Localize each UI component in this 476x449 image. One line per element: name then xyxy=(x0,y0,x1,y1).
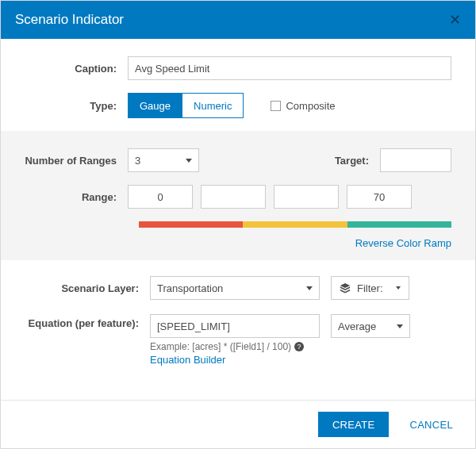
range-input-1[interactable] xyxy=(201,185,266,209)
type-segmented: Gauge Numeric xyxy=(128,93,244,118)
scenario-layer-row: Scenario Layer: Transportation Filter: xyxy=(25,276,451,300)
composite-label: Composite xyxy=(286,100,335,112)
caption-row: Caption: xyxy=(25,56,451,80)
dialog-header: Scenario Indicator ✕ xyxy=(1,1,475,39)
aggregation-value: Average xyxy=(338,320,376,332)
equation-example-text: Example: [acres] * ([Field1] / 100) xyxy=(150,341,291,352)
range-input-0[interactable] xyxy=(128,185,193,209)
numranges-label: Number of Ranges xyxy=(25,155,128,167)
numranges-value: 3 xyxy=(135,155,140,167)
cancel-button[interactable]: CANCEL xyxy=(405,418,458,432)
scenario-layer-value: Transportation xyxy=(157,282,223,294)
type-row: Type: Gauge Numeric Composite xyxy=(25,93,451,118)
numranges-target-row: Number of Ranges 3 Target: xyxy=(25,148,451,172)
chevron-down-icon xyxy=(396,286,401,290)
type-gauge-option[interactable]: Gauge xyxy=(129,94,182,117)
dialog-body: Caption: Type: Gauge Numeric Composite xyxy=(1,39,475,400)
range-input-3[interactable] xyxy=(347,185,412,209)
reverse-color-ramp-link[interactable]: Reverse Color Ramp xyxy=(25,237,451,249)
target-label: Target: xyxy=(199,155,380,167)
gauge-settings-panel: Number of Ranges 3 Target: Range: xyxy=(1,131,475,260)
dialog-footer: CREATE CANCEL xyxy=(1,400,475,448)
ramp-segment-3 xyxy=(347,221,451,228)
equation-builder-link[interactable]: Equation Builder xyxy=(150,354,451,366)
dialog-title: Scenario Indicator xyxy=(15,12,124,28)
help-icon[interactable]: ? xyxy=(294,342,304,351)
caption-label: Caption: xyxy=(25,63,128,75)
caption-input[interactable] xyxy=(128,56,451,80)
range-input-2[interactable] xyxy=(274,185,339,209)
equation-row: Equation (per feature): Average xyxy=(25,314,451,338)
type-numeric-option[interactable]: Numeric xyxy=(182,94,243,117)
range-label: Range: xyxy=(25,191,128,203)
ramp-segment-2 xyxy=(243,221,347,228)
close-icon[interactable]: ✕ xyxy=(449,13,461,27)
color-ramp xyxy=(139,221,451,228)
equation-label: Equation (per feature): xyxy=(25,314,150,331)
scenario-layer-select[interactable]: Transportation xyxy=(150,276,320,300)
composite-checkbox[interactable] xyxy=(271,101,281,111)
equation-input[interactable] xyxy=(150,314,320,338)
type-label: Type: xyxy=(25,100,128,112)
chevron-down-icon xyxy=(186,159,192,163)
equation-example-row: Example: [acres] * ([Field1] / 100) ? xyxy=(150,341,451,352)
composite-checkbox-wrap[interactable]: Composite xyxy=(271,100,335,112)
aggregation-select[interactable]: Average xyxy=(331,314,410,338)
scenario-indicator-dialog: Scenario Indicator ✕ Caption: Type: Gaug… xyxy=(0,0,476,449)
ramp-segment-1 xyxy=(139,221,243,228)
numranges-select[interactable]: 3 xyxy=(128,148,199,172)
layers-icon xyxy=(340,282,351,294)
target-input[interactable] xyxy=(380,148,451,172)
filter-label: Filter: xyxy=(357,282,383,294)
filter-button[interactable]: Filter: xyxy=(331,276,409,300)
create-button[interactable]: CREATE xyxy=(318,412,390,437)
range-row: Range: xyxy=(25,185,451,209)
chevron-down-icon xyxy=(397,324,403,328)
scenario-layer-label: Scenario Layer: xyxy=(25,282,150,294)
chevron-down-icon xyxy=(306,286,313,290)
